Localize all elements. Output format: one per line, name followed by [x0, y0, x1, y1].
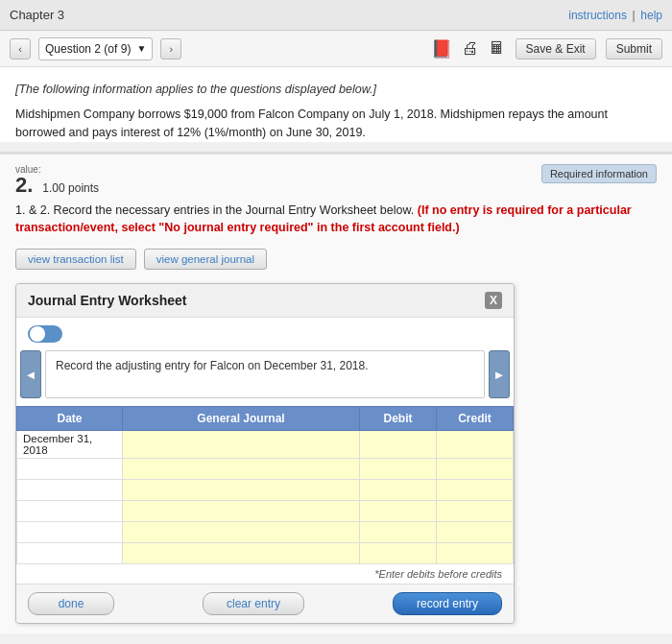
col-date: Date [17, 407, 123, 431]
date-cell [17, 459, 123, 480]
col-credit: Credit [437, 407, 514, 431]
question-points: 1.00 points [42, 181, 99, 195]
worksheet-prompt: Record the adjusting entry for Falcon on… [45, 350, 485, 398]
table-row [17, 480, 514, 501]
top-links: instructions | help [568, 8, 662, 22]
record-entry-button[interactable]: record entry [393, 592, 502, 615]
nav-bar: ‹ Question 2 (of 9) ▼ › 📕 🖨 🖩 Save & Exi… [0, 31, 672, 67]
debit-cell[interactable] [360, 522, 437, 543]
worksheet-prev-button[interactable]: ◄ [20, 350, 41, 398]
question-header: value: 2. 1.00 points Required informati… [15, 164, 657, 196]
table-header-row: Date General Journal Debit Credit [17, 407, 514, 431]
chapter-title: Chapter 3 [10, 8, 64, 22]
date-cell [17, 480, 123, 501]
col-general-journal: General Journal [123, 407, 360, 431]
credit-cell[interactable] [437, 522, 514, 543]
table-row [17, 459, 514, 480]
close-button[interactable]: X [485, 292, 502, 309]
next-question-button[interactable]: › [160, 38, 181, 60]
submit-button[interactable]: Submit [606, 38, 662, 60]
debit-cell[interactable] [360, 459, 437, 480]
journal-cell[interactable] [123, 459, 360, 480]
journal-entry-table: Date General Journal Debit Credit Decemb… [16, 406, 514, 564]
credit-cell[interactable] [437, 543, 514, 564]
journal-cell[interactable] [123, 522, 360, 543]
print-icon[interactable]: 🖨 [462, 38, 479, 59]
clear-entry-button[interactable]: clear entry [203, 592, 304, 615]
journal-cell[interactable] [123, 543, 360, 564]
toggle-switch[interactable] [28, 325, 62, 343]
question-number: 2. [15, 175, 33, 196]
book-icon[interactable]: 📕 [431, 38, 452, 60]
date-cell [17, 522, 123, 543]
credit-cell[interactable] [437, 431, 514, 459]
journal-cell[interactable] [123, 480, 360, 501]
info-italic-text: [The following information applies to th… [15, 83, 657, 96]
top-bar: Chapter 3 instructions | help [0, 0, 672, 31]
question-section: value: 2. 1.00 points Required informati… [0, 153, 672, 634]
debit-cell[interactable] [360, 501, 437, 522]
scenario-text: Midshipmen Company borrows $19,000 from … [15, 106, 657, 142]
table-row [17, 543, 514, 564]
table-row: December 31, 2018 [17, 431, 514, 459]
view-general-journal-button[interactable]: view general journal [144, 249, 267, 270]
journal-cell[interactable] [123, 431, 360, 459]
done-button[interactable]: done [28, 592, 114, 615]
enter-debits-note: *Enter debits before credits [16, 564, 514, 584]
date-cell [17, 501, 123, 522]
question-label: Question 2 (of 9) [45, 42, 131, 56]
calculator-icon[interactable]: 🖩 [489, 38, 506, 59]
question-selector[interactable]: Question 2 (of 9) ▼ [38, 37, 153, 60]
required-badge: Required information [541, 164, 657, 183]
question-number-block: value: 2. 1.00 points [15, 164, 99, 196]
instructions-main: 1. & 2. Record the necessary entries in … [15, 203, 414, 217]
instructions-link[interactable]: instructions [568, 9, 627, 22]
question-instructions: 1. & 2. Record the necessary entries in … [15, 202, 657, 238]
debit-cell[interactable] [360, 543, 437, 564]
worksheet-header: Journal Entry Worksheet X [16, 284, 514, 318]
date-cell [17, 543, 123, 564]
worksheet-next-button[interactable]: ► [489, 350, 510, 398]
debit-cell[interactable] [360, 480, 437, 501]
worksheet-footer: done clear entry record entry [16, 584, 514, 623]
prev-question-button[interactable]: ‹ [10, 38, 31, 60]
view-transaction-list-button[interactable]: view transaction list [15, 249, 136, 270]
worksheet-nav-area: ◄ Record the adjusting entry for Falcon … [16, 350, 514, 406]
credit-cell[interactable] [437, 501, 514, 522]
dropdown-arrow-icon: ▼ [136, 43, 146, 54]
help-link[interactable]: help [640, 9, 662, 22]
credit-cell[interactable] [437, 480, 514, 501]
save-exit-button[interactable]: Save & Exit [516, 38, 596, 60]
toggle-knob [30, 326, 45, 342]
journal-cell[interactable] [123, 501, 360, 522]
action-buttons: view transaction list view general journ… [15, 249, 657, 270]
credit-cell[interactable] [437, 459, 514, 480]
nav-icons: 📕 🖨 🖩 Save & Exit Submit [431, 38, 662, 60]
worksheet-title: Journal Entry Worksheet [28, 293, 186, 308]
table-row [17, 522, 514, 543]
link-separator: | [633, 9, 636, 22]
journal-entry-worksheet: Journal Entry Worksheet X ◄ Record the a… [15, 283, 515, 624]
worksheet-controls [16, 318, 514, 350]
date-cell: December 31, 2018 [17, 431, 123, 459]
debit-cell[interactable] [360, 431, 437, 459]
col-debit: Debit [360, 407, 437, 431]
main-content: [The following information applies to th… [0, 67, 672, 142]
table-row [17, 501, 514, 522]
